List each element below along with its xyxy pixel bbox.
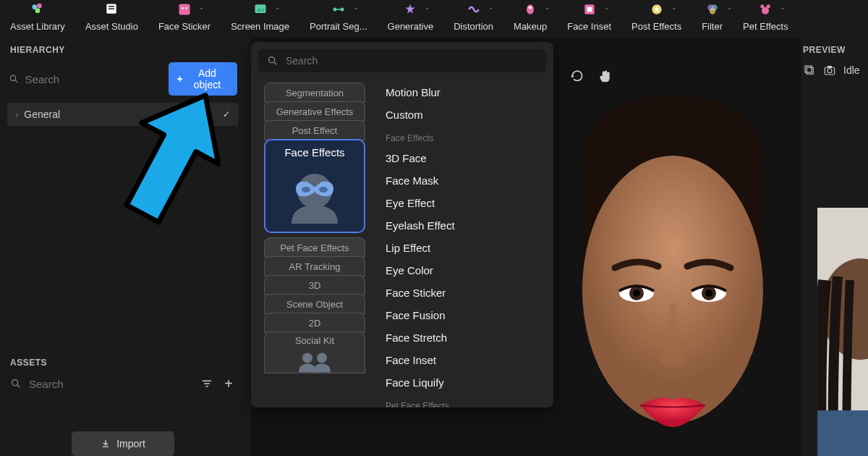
svg-line-30 (17, 385, 20, 387)
preview-status: Idle (843, 64, 860, 76)
pan-hand-icon[interactable] (597, 69, 612, 83)
assets-search-input[interactable] (29, 378, 166, 390)
preview-controls: Idle (801, 59, 868, 81)
category-post-effect[interactable]: Post Effect (264, 120, 365, 140)
add-object-button[interactable]: + Add object (169, 62, 237, 96)
tool-asset-library[interactable]: Asset Library (10, 1, 65, 32)
svg-rect-18 (587, 7, 592, 12)
menu-item[interactable]: Face Inset (386, 349, 542, 371)
face-inset-icon: ⌄ (579, 1, 600, 18)
top-toolbar: Asset Library Asset Studio ⌄ Face Sticke… (0, 0, 868, 38)
category-ar-tracking[interactable]: AR Tracking (264, 256, 365, 276)
tool-post-effects[interactable]: ⌄ Post Effects (631, 1, 681, 32)
tool-face-sticker[interactable]: ⌄ Face Sticker (158, 1, 210, 32)
svg-rect-49 (807, 67, 813, 74)
menu-item[interactable]: Face Sticker (386, 282, 542, 304)
menu-item[interactable]: Custom (386, 104, 542, 126)
generative-icon: ⌄ (400, 1, 420, 18)
tool-label: Generative (388, 21, 434, 32)
svg-point-29 (12, 380, 18, 386)
popup-search-input[interactable] (286, 55, 537, 67)
add-object-label: Add object (186, 67, 229, 90)
tool-label: Filter (702, 21, 723, 32)
chevron-down-icon: ⌄ (425, 4, 430, 11)
face-effects-icon (278, 166, 351, 224)
tool-label: Asset Studio (85, 21, 138, 32)
svg-point-52 (827, 69, 832, 73)
category-generative-effects[interactable]: Generative Effects (264, 101, 365, 122)
download-icon (101, 439, 111, 449)
tool-face-inset[interactable]: ⌄ Face Inset (567, 1, 611, 32)
menu-item[interactable]: Face Stretch (386, 326, 542, 349)
tool-filter[interactable]: ⌄ Filter (702, 1, 723, 32)
import-button[interactable]: Import (72, 431, 174, 456)
assets-header: ASSETS (0, 350, 246, 372)
people-icon (293, 350, 336, 373)
svg-point-1 (37, 4, 42, 9)
tool-screen-image[interactable]: ⌄ Screen Image (231, 1, 289, 32)
menu-item[interactable]: Eye Color (386, 259, 542, 282)
svg-point-11 (333, 8, 336, 12)
svg-point-15 (527, 4, 534, 14)
chevron-down-icon: ⌄ (275, 4, 281, 11)
filter-list-icon[interactable] (200, 376, 214, 391)
tool-label: Distortion (454, 21, 493, 32)
chevron-down-icon: ⌄ (671, 4, 677, 11)
category-pet-face-effects[interactable]: Pet Face Effects (264, 237, 365, 258)
category-social-kit[interactable]: Social Kit (264, 332, 365, 373)
menu-item[interactable]: Face Mask (386, 169, 542, 192)
tool-pet-effects[interactable]: ⌄ Pet Effects (743, 1, 788, 32)
svg-point-8 (185, 7, 187, 9)
hierarchy-search-input[interactable] (25, 73, 163, 85)
menu-item[interactable]: Face Liquify (386, 371, 542, 394)
makeup-icon: ⌄ (520, 1, 540, 18)
face-sticker-icon: ⌄ (174, 1, 195, 18)
tool-distortion[interactable]: ⌄ Distortion (454, 1, 493, 32)
refresh-icon[interactable] (570, 69, 584, 83)
search-icon (10, 378, 22, 389)
hierarchy-item-general[interactable]: › General ✓ (7, 103, 239, 126)
category-active-label: Face Effects (284, 146, 344, 159)
search-icon (267, 55, 278, 67)
face-preview-image (553, 87, 792, 456)
effect-menu-list: Motion Blur Custom Face Effects 3D Face … (374, 78, 553, 408)
preview-panel: PREVIEW Idle (801, 38, 868, 456)
category-3d[interactable]: 3D (264, 275, 365, 295)
svg-point-40 (705, 290, 712, 297)
assets-section: ASSETS + Import (0, 350, 246, 456)
menu-item[interactable]: Lip Effect (386, 237, 542, 259)
palette-icon (27, 1, 48, 18)
tool-label: Asset Library (10, 21, 65, 32)
portrait-seg-icon: ⌄ (328, 1, 349, 18)
category-face-effects[interactable]: Face Effects (264, 139, 365, 233)
tool-generative[interactable]: ⌄ Generative (388, 1, 434, 32)
menu-item[interactable]: Motion Blur (386, 81, 542, 104)
tool-label: Face Sticker (158, 21, 210, 32)
svg-rect-9 (255, 4, 265, 13)
hierarchy-search-row: + Add object (0, 59, 246, 103)
category-stack: Segmentation Generative Effects Post Eff… (251, 78, 374, 408)
category-2d[interactable]: 2D (264, 313, 365, 333)
layers-icon[interactable] (803, 64, 816, 77)
tool-asset-studio[interactable]: Asset Studio (85, 1, 138, 32)
camera-icon[interactable] (823, 64, 836, 77)
category-segmentation[interactable]: Segmentation (264, 83, 365, 103)
chevron-down-icon: ⌄ (780, 4, 786, 11)
chevron-right-icon: › (16, 111, 18, 119)
preview-thumbnail (817, 208, 868, 456)
category-scene-object[interactable]: Scene Object (264, 294, 365, 314)
tool-makeup[interactable]: ⌄ Makeup (514, 1, 547, 32)
tool-portrait-seg[interactable]: ⌄ Portrait Seg... (310, 1, 367, 32)
svg-point-37 (633, 290, 640, 297)
studio-icon (101, 1, 122, 18)
svg-point-46 (319, 187, 328, 193)
add-asset-icon[interactable]: + (221, 376, 236, 391)
chevron-down-icon: ⌄ (488, 4, 494, 11)
menu-item[interactable]: Eyelash Effect (386, 214, 542, 237)
menu-item[interactable]: 3D Face (386, 147, 542, 169)
tool-label: Makeup (514, 21, 547, 32)
menu-item[interactable]: Face Fusion (386, 304, 542, 326)
chevron-down-icon: ⌄ (545, 4, 550, 11)
filter-icon: ⌄ (702, 1, 723, 18)
menu-item[interactable]: Eye Effect (386, 192, 542, 214)
